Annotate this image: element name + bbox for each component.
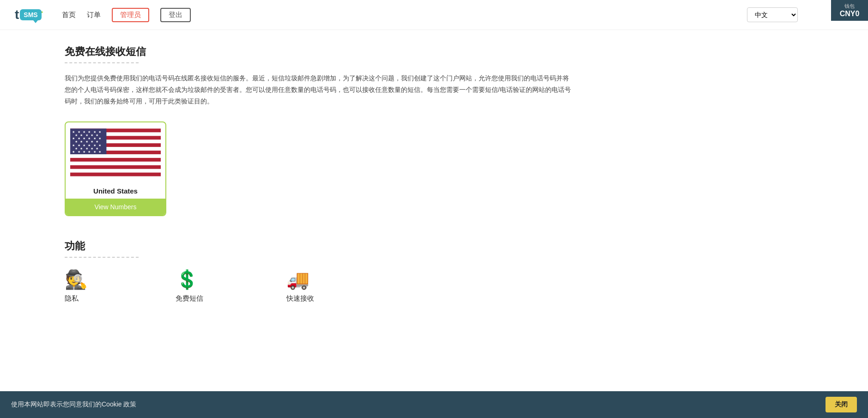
country-card-us[interactable]: ★★★★★★ ★★★★★ ★★★★★★ ★★★★★ ★★★★★★ ★★★★★ ★… bbox=[65, 121, 166, 216]
fast-receive-icon: 🚚 bbox=[286, 269, 310, 291]
wallet-label: 钱包 bbox=[839, 3, 860, 10]
hero-intro: 我们为您提供免费使用我们的电话号码在线匿名接收短信的服务。最近，短信垃圾邮件急剧… bbox=[65, 73, 573, 108]
nav-home[interactable]: 首页 bbox=[62, 11, 76, 19]
svg-text:★: ★ bbox=[72, 150, 75, 154]
us-flag-svg: ★★★★★★ ★★★★★ ★★★★★★ ★★★★★ ★★★★★★ ★★★★★ ★… bbox=[70, 127, 161, 178]
country-cards: ★★★★★★ ★★★★★ ★★★★★★ ★★★★★ ★★★★★★ ★★★★★ ★… bbox=[65, 121, 803, 216]
svg-rect-4 bbox=[70, 154, 161, 158]
feature-free-sms: 💲 免费短信 bbox=[176, 269, 268, 303]
svg-text:★: ★ bbox=[98, 129, 101, 133]
admin-button[interactable]: 管理员 bbox=[112, 8, 149, 22]
nav-links: 首页 订单 管理员 登出 bbox=[62, 8, 747, 22]
nav-orders[interactable]: 订单 bbox=[87, 11, 101, 19]
svg-text:★: ★ bbox=[93, 150, 96, 154]
free-sms-label: 免费短信 bbox=[176, 294, 203, 303]
logo-sms-badge: SMS bbox=[20, 9, 41, 20]
features-section: 功能 🕵️ 隐私 💲 免费短信 🚚 快速接收 bbox=[65, 239, 803, 303]
hero-section: 免费在线接收短信 我们为您提供免费使用我们的电话号码在线匿名接收短信的服务。最近… bbox=[65, 45, 803, 108]
wallet-bar: 钱包 CNY0 bbox=[831, 0, 868, 21]
svg-text:★: ★ bbox=[98, 136, 101, 140]
feature-privacy: 🕵️ 隐私 bbox=[65, 269, 157, 303]
hero-title: 免费在线接收短信 bbox=[65, 45, 803, 59]
svg-text:★: ★ bbox=[98, 150, 101, 154]
svg-text:★: ★ bbox=[83, 150, 85, 154]
svg-text:★: ★ bbox=[78, 150, 80, 154]
hero-divider bbox=[65, 62, 139, 63]
svg-rect-6 bbox=[70, 169, 161, 172]
privacy-icon: 🕵️ bbox=[65, 269, 88, 291]
svg-text:★: ★ bbox=[98, 143, 101, 147]
fast-receive-label: 快速接收 bbox=[286, 294, 314, 303]
wallet-amount: CNY0 bbox=[839, 10, 860, 18]
features-divider bbox=[65, 257, 139, 258]
us-flag-container: ★★★★★★ ★★★★★ ★★★★★★ ★★★★★ ★★★★★★ ★★★★★ ★… bbox=[66, 122, 165, 182]
feature-fast-receive: 🚚 快速接收 bbox=[286, 269, 379, 303]
logo-t-letter: t bbox=[15, 7, 19, 22]
svg-text:★: ★ bbox=[88, 150, 91, 154]
header: t SMS · 首页 订单 管理员 登出 中文 English bbox=[0, 0, 868, 30]
privacy-label: 隐私 bbox=[65, 294, 79, 303]
cookie-bar: 使用本网站即表示您同意我们的Cookie 政策 关闭 bbox=[0, 391, 868, 418]
country-name-us: United States bbox=[66, 182, 165, 199]
free-sms-icon: 💲 bbox=[176, 269, 199, 291]
logo[interactable]: t SMS · bbox=[15, 7, 43, 22]
features-title: 功能 bbox=[65, 239, 803, 253]
main-content: 免费在线接收短信 我们为您提供免费使用我们的电话号码在线匿名接收短信的服务。最近… bbox=[0, 30, 868, 331]
language-selector[interactable]: 中文 English bbox=[747, 7, 798, 22]
view-numbers-button[interactable]: View Numbers bbox=[66, 199, 165, 215]
svg-rect-5 bbox=[70, 161, 161, 165]
cookie-close-button[interactable]: 关闭 bbox=[826, 397, 857, 412]
features-grid: 🕵️ 隐私 💲 免费短信 🚚 快速接收 bbox=[65, 269, 803, 303]
cookie-text: 使用本网站即表示您同意我们的Cookie 政策 bbox=[11, 400, 136, 409]
logout-button[interactable]: 登出 bbox=[160, 8, 191, 22]
